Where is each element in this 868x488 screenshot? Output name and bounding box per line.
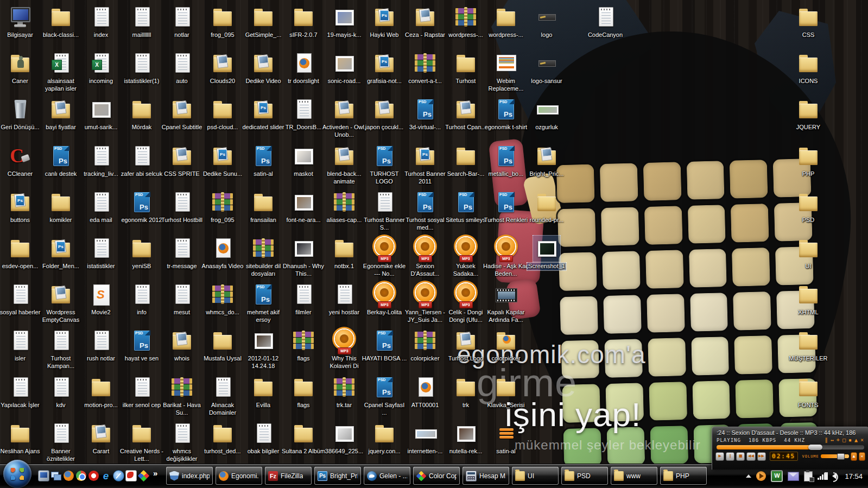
window-switcher-icon[interactable] (49, 468, 62, 483)
taskbar-button-bright-pri[interactable]: PsBright_Pri... (314, 467, 361, 485)
desktop-icon-label: whmcs_do... (205, 309, 240, 316)
stop-button[interactable]: ■ (736, 452, 745, 461)
desktop-icon-label: MÜŞTERİLER (788, 355, 829, 363)
player-toolbar-icons[interactable]: ∥↔+□▪▲× (825, 438, 864, 443)
previous-button[interactable]: ◀◀ (746, 452, 755, 461)
pause-button[interactable]: ∥ (726, 452, 734, 461)
taskbar-button-ui[interactable]: UI (512, 467, 559, 485)
desktop-icon[interactable]: CodeCanyon (581, 4, 629, 39)
taskbar-button-www[interactable]: www (611, 467, 657, 485)
desktop-icon[interactable]: Screenshot_1 (523, 236, 571, 270)
safari-icon[interactable] (112, 468, 125, 483)
desktop-icon-label: istatistikler(1) (123, 78, 161, 85)
rar-icon (331, 189, 358, 216)
player-track-title: :24 :: Sexion D'assaut - Desole :: MP3 :… (712, 427, 868, 436)
paint-icon[interactable] (124, 468, 137, 483)
taskbar-button-egonomi[interactable]: Egonomi... (216, 467, 262, 485)
text-icon (87, 189, 115, 216)
player-seek-bar[interactable] (717, 445, 864, 449)
desktop-icon[interactable]: PHP (784, 143, 832, 178)
quick-launch-overflow-chevron[interactable]: » (153, 468, 157, 478)
desktop-icon[interactable]: PSD (784, 189, 832, 224)
desktop-icon[interactable]: Klavika_Serisi (482, 375, 530, 409)
player-toolbar-icon-0[interactable]: ∥ (825, 438, 828, 443)
folder-img-icon (47, 97, 74, 123)
desktop-icon[interactable]: FONTS (784, 375, 832, 409)
psd-icon: PSDPs (411, 189, 439, 216)
taskbar-button-hesap-m[interactable]: Hesap M... (462, 467, 509, 485)
play-button[interactable]: ▶ (715, 452, 724, 461)
desktop-icon[interactable]: rounded-pr... (523, 189, 571, 224)
color-cop-icon[interactable] (137, 468, 150, 483)
windows-logo-icon (11, 468, 24, 480)
start-button[interactable] (3, 460, 31, 488)
rar-icon (411, 50, 439, 77)
taskbar-button-filezilla[interactable]: FzFileZilla (265, 467, 312, 485)
volume-slider-thumb[interactable] (837, 453, 845, 460)
internet-explorer-icon[interactable]: e (99, 468, 112, 483)
player-toolbar-icon-4[interactable]: ▪ (848, 438, 852, 443)
desktop-icon-label: frog_095 (210, 31, 235, 39)
taskbar-button-color-cop[interactable]: Color Cop (413, 467, 460, 485)
folder-img-icon (411, 4, 439, 30)
folder-icon (795, 328, 822, 354)
player-toolbar-icon-6[interactable]: × (860, 438, 864, 443)
text-icon (87, 4, 115, 30)
desktop-icon[interactable]: MÜŞTERİLER (784, 328, 832, 363)
player-toolbar-icon-1[interactable]: ↔ (831, 438, 834, 443)
mail-tray-icon[interactable] (788, 472, 799, 481)
text-icon (47, 421, 74, 447)
taskbar-button-gelen[interactable]: Gelen - ... (364, 467, 410, 485)
player-close-button[interactable]: × (859, 452, 865, 461)
player-toolbar-icon-2[interactable]: + (837, 438, 840, 443)
show-desktop-icon[interactable] (37, 468, 50, 483)
desktop-icon[interactable]: XHTML (784, 282, 832, 316)
image-icon (290, 189, 317, 216)
desktop-icon[interactable]: Kapalı Kapılar Ardında Fa... (482, 282, 530, 324)
media-player-tray-icon[interactable] (756, 471, 766, 481)
desktop-icon[interactable]: logo (523, 4, 571, 39)
desktop-icon-label: 3d-virtual-... (408, 124, 442, 131)
chrome-icon[interactable] (74, 468, 87, 483)
volume-slider[interactable] (821, 454, 849, 458)
image-icon (331, 50, 358, 77)
player-toolbar-icon-3[interactable]: □ (842, 438, 846, 443)
desktop-icon-label: convert-a-t... (407, 78, 443, 85)
winamp-tray-icon[interactable]: W (771, 470, 783, 482)
volume-tray-icon[interactable] (832, 473, 837, 479)
firefox-icon[interactable] (62, 468, 75, 483)
color-cop-icon (416, 471, 426, 481)
desktop: egonomik.com'a girme işini yap! mükemmel… (0, 0, 868, 464)
media-player-window[interactable]: :24 :: Sexion D'assaut - Desole :: MP3 :… (712, 427, 868, 470)
clipboard-tray-icon[interactable] (804, 471, 813, 481)
player-seek-thumb[interactable] (808, 445, 822, 450)
taskbar-button-index-php[interactable]: index.php (166, 467, 213, 485)
player-toolbar-icon-5[interactable]: ▲ (854, 438, 858, 443)
desktop-icon-label: Mördak (131, 124, 153, 131)
taskbar-button-label: FileZilla (281, 472, 303, 480)
desktop-icon[interactable]: ozgurluk (523, 97, 571, 131)
desktop-icon[interactable]: Bright_Pric... (523, 143, 571, 178)
text-icon (290, 282, 317, 308)
psd-icon: PSDPs (371, 328, 398, 354)
image-icon (87, 97, 115, 123)
desktop-icon[interactable]: UI (784, 236, 832, 270)
computer-icon (7, 4, 34, 30)
taskbar-button-php[interactable]: PHP (660, 467, 707, 485)
desktop-icon[interactable]: JQUERY (784, 97, 832, 131)
tray-expand-icon[interactable] (746, 474, 751, 478)
desktop-icon[interactable]: colorpicker (482, 328, 530, 363)
desktop-icon[interactable]: satin-al (482, 421, 530, 455)
taskbar-button-psd[interactable]: PSD (561, 467, 608, 485)
folder-icon (250, 4, 277, 30)
desktop-icon-label: Carart (92, 448, 111, 455)
desktop-icon[interactable]: logo-sansur (523, 50, 571, 85)
player-eject-button[interactable]: ▲ (851, 452, 857, 461)
folder-icon (565, 471, 574, 481)
desktop-icon[interactable]: CSS (784, 4, 832, 39)
opera-icon[interactable] (87, 468, 100, 483)
next-button[interactable]: ▶▶ (757, 452, 766, 461)
rar-icon (290, 328, 317, 354)
desktop-icon[interactable]: ICONS (784, 50, 832, 85)
rar-icon (209, 282, 236, 308)
